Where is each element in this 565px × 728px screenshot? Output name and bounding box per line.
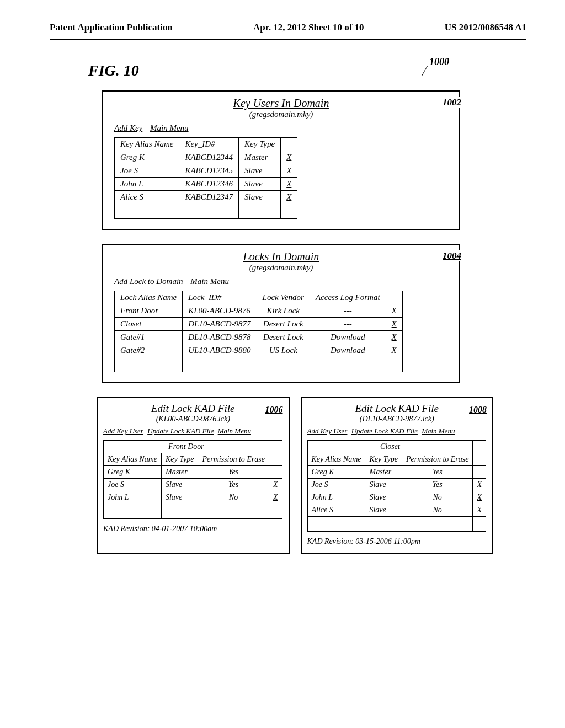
col-lock-vendor: Lock Vendor bbox=[257, 291, 310, 304]
col-alias: Key Alias Name bbox=[104, 453, 162, 466]
table-row bbox=[307, 517, 486, 532]
main-menu-link[interactable]: Main Menu bbox=[422, 427, 455, 435]
kad-left-menu: Add Key User Update Lock KAD File Main M… bbox=[103, 427, 283, 436]
delete-icon[interactable]: X bbox=[281, 178, 297, 191]
locks-table: Lock Alias Name Lock_ID# Lock Vendor Acc… bbox=[114, 291, 403, 372]
table-row: Alice SSlaveNoX bbox=[307, 504, 486, 517]
table-row bbox=[115, 204, 297, 219]
kad-right-table: Closet Key Alias Name Key Type Permissio… bbox=[307, 440, 487, 532]
main-menu-link[interactable]: Main Menu bbox=[190, 277, 229, 286]
header-left: Patent Application Publication bbox=[50, 22, 173, 33]
header-center: Apr. 12, 2012 Sheet 10 of 10 bbox=[253, 22, 364, 33]
table-row: Alice SKABCD12347SlaveX bbox=[115, 191, 297, 204]
col-type: Key Type bbox=[365, 453, 402, 466]
table-row bbox=[115, 357, 403, 372]
panel-keys-subtitle: (gregsdomain.mky) bbox=[111, 110, 451, 119]
col-perm: Permission to Erase bbox=[402, 453, 473, 466]
table-row: Greg KKABCD12344MasterX bbox=[115, 151, 297, 164]
header-right: US 2012/0086548 A1 bbox=[445, 22, 526, 33]
col-type: Key Type bbox=[161, 453, 198, 466]
delete-icon[interactable]: X bbox=[473, 491, 486, 504]
table-row: Gate#2UL10-ABCD-9880US LockDownloadX bbox=[115, 344, 403, 357]
table-row: John LSlaveNoX bbox=[307, 491, 486, 504]
table-row: Joe SKABCD12345SlaveX bbox=[115, 164, 297, 178]
add-key-user-link[interactable]: Add Key User bbox=[307, 427, 348, 435]
delete-icon[interactable]: X bbox=[386, 331, 402, 344]
delete-icon[interactable]: X bbox=[386, 344, 402, 357]
kad-right-title: Edit Lock KAD File bbox=[307, 403, 487, 415]
delete-icon[interactable]: X bbox=[281, 151, 297, 164]
kad-left-lockname: Front Door bbox=[104, 441, 269, 453]
kad-left-subtitle: (KL00-ABCD-9876.lck) bbox=[103, 415, 283, 424]
col-key-delete bbox=[281, 138, 297, 151]
table-row: Greg KMasterYes bbox=[307, 466, 486, 479]
col-alias: Key Alias Name bbox=[307, 453, 365, 466]
kad-right-subtitle: (DL10-ABCD-9877.lck) bbox=[307, 415, 487, 424]
kad-left-title: Edit Lock KAD File bbox=[103, 403, 283, 415]
col-key-alias: Key Alias Name bbox=[115, 138, 179, 151]
ref-1008: 1008 bbox=[469, 405, 487, 415]
panel-keys-title: Key Users In Domain bbox=[111, 97, 451, 110]
table-row: John LKABCD12346SlaveX bbox=[115, 178, 297, 191]
keys-menu: Add Key Main Menu bbox=[114, 124, 451, 133]
delete-icon[interactable] bbox=[473, 466, 486, 479]
main-menu-link[interactable]: Main Menu bbox=[150, 124, 189, 132]
key-users-table: Key Alias Name Key_ID# Key Type Greg KKA… bbox=[114, 137, 297, 219]
delete-icon[interactable]: X bbox=[473, 479, 486, 491]
col-lock-delete bbox=[386, 291, 402, 304]
table-row: Gate#1DL10-ABCD-9878Desert LockDownloadX bbox=[115, 331, 403, 344]
panel-kad-front-door: 1006 Edit Lock KAD File (KL00-ABCD-9876.… bbox=[97, 397, 290, 554]
add-lock-link[interactable]: Add Lock to Domain bbox=[114, 277, 183, 286]
ref-1000: 1000 bbox=[429, 56, 449, 68]
col-key-id: Key_ID# bbox=[179, 138, 239, 151]
delete-icon[interactable]: X bbox=[473, 504, 486, 517]
kad-left-revision: KAD Revision: 04-01-2007 10:00am bbox=[103, 524, 283, 533]
page-header: Patent Application Publication Apr. 12, … bbox=[50, 22, 526, 33]
update-kad-link[interactable]: Update Lock KAD File bbox=[147, 427, 214, 435]
delete-icon[interactable]: X bbox=[281, 164, 297, 178]
table-row: Greg KMasterYes bbox=[104, 466, 282, 479]
header-rule bbox=[50, 39, 526, 40]
delete-icon[interactable]: X bbox=[269, 491, 282, 504]
panel-key-users: 1002 Key Users In Domain (gregsdomain.mk… bbox=[102, 90, 460, 230]
update-kad-link[interactable]: Update Lock KAD File bbox=[351, 427, 418, 435]
col-lock-log: Access Log Format bbox=[310, 291, 386, 304]
table-row: John LSlaveNoX bbox=[104, 491, 282, 504]
table-row bbox=[104, 504, 282, 519]
panel-locks-title: Locks In Domain bbox=[111, 250, 451, 263]
panel-locks: 1004 Locks In Domain (gregsdomain.mky) A… bbox=[102, 244, 460, 383]
kad-right-menu: Add Key User Update Lock KAD File Main M… bbox=[307, 427, 487, 436]
table-row: Front DoorKL00-ABCD-9876Kirk Lock---X bbox=[115, 304, 403, 318]
kad-right-lockname: Closet bbox=[307, 441, 473, 453]
panel-kad-closet: 1008 Edit Lock KAD File (DL10-ABCD-9877.… bbox=[301, 397, 494, 554]
delete-icon[interactable]: X bbox=[386, 318, 402, 331]
kad-left-table: Front Door Key Alias Name Key Type Permi… bbox=[103, 440, 282, 519]
table-row: Joe SSlaveYesX bbox=[104, 479, 282, 491]
table-row: Joe SSlaveYesX bbox=[307, 479, 486, 491]
delete-icon[interactable]: X bbox=[281, 191, 297, 204]
add-key-user-link[interactable]: Add Key User bbox=[103, 427, 143, 435]
ref-1002: 1002 bbox=[440, 97, 463, 108]
panel-locks-subtitle: (gregsdomain.mky) bbox=[111, 263, 451, 272]
ref-1004: 1004 bbox=[440, 250, 463, 261]
locks-menu: Add Lock to Domain Main Menu bbox=[114, 277, 451, 286]
add-key-link[interactable]: Add Key bbox=[114, 124, 142, 132]
col-lock-alias: Lock Alias Name bbox=[115, 291, 183, 304]
delete-icon[interactable]: X bbox=[269, 479, 282, 491]
ref-1006: 1006 bbox=[265, 405, 283, 415]
col-perm: Permission to Erase bbox=[198, 453, 269, 466]
figure-label: FIG. 10 bbox=[88, 62, 139, 79]
delete-icon[interactable]: X bbox=[386, 304, 402, 318]
main-menu-link[interactable]: Main Menu bbox=[218, 427, 251, 435]
col-key-type: Key Type bbox=[239, 138, 281, 151]
col-lock-id: Lock_ID# bbox=[183, 291, 257, 304]
delete-icon[interactable] bbox=[269, 466, 282, 479]
table-row: ClosetDL10-ABCD-9877Desert Lock---X bbox=[115, 318, 403, 331]
kad-right-revision: KAD Revision: 03-15-2006 11:00pm bbox=[307, 537, 487, 546]
